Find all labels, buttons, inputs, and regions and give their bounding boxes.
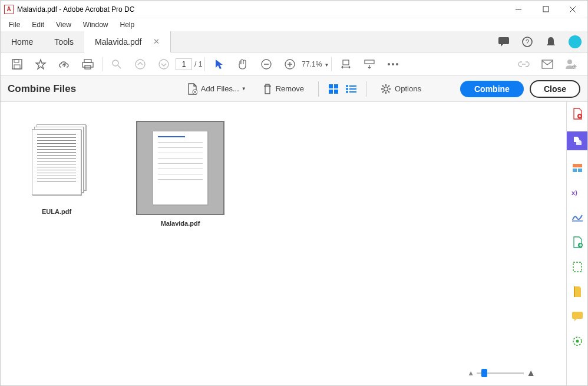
user-avatar[interactable]: [569, 35, 582, 48]
selection-tool-icon[interactable]: [210, 55, 228, 73]
app-icon: A: [4, 5, 14, 14]
svg-rect-65: [573, 262, 582, 272]
more-icon[interactable]: [384, 55, 402, 73]
svg-rect-37: [329, 84, 333, 88]
tab-tools[interactable]: Tools: [44, 31, 84, 52]
svg-point-41: [346, 85, 348, 87]
file-card-malavida[interactable]: Malavida.pdf: [136, 121, 224, 227]
maximize-button[interactable]: [532, 1, 559, 18]
remove-button[interactable]: Remove: [258, 81, 309, 97]
svg-rect-46: [349, 91, 356, 93]
organize-pages-icon[interactable]: [570, 235, 584, 249]
more-tools-icon[interactable]: [570, 334, 584, 348]
save-icon[interactable]: [8, 55, 26, 73]
svg-point-17: [136, 60, 145, 69]
menu-window[interactable]: Window: [77, 19, 114, 30]
page-number-input[interactable]: [176, 58, 192, 70]
svg-rect-9: [14, 60, 19, 62]
comments-icon[interactable]: [495, 34, 512, 50]
page-total: / 1: [194, 60, 202, 68]
fit-page-icon[interactable]: [361, 55, 378, 73]
add-files-button[interactable]: Add Files... ▼: [182, 81, 251, 97]
file-grid-area: EULA.pdf Malavida.pdf ▲ ▲: [1, 102, 566, 385]
svg-point-28: [396, 63, 398, 65]
zoom-level[interactable]: 77.1%▼: [302, 60, 329, 68]
svg-rect-60: [573, 169, 577, 172]
zoom-in-icon[interactable]: [281, 55, 299, 73]
menu-help[interactable]: Help: [114, 19, 141, 30]
thumbnail-view-icon[interactable]: [327, 83, 340, 95]
thumbnail-size-slider[interactable]: ▲ ▲: [467, 368, 536, 378]
svg-rect-1: [543, 6, 549, 12]
svg-rect-29: [542, 60, 553, 68]
combine-button[interactable]: Combine: [460, 81, 524, 97]
minimize-button[interactable]: [505, 1, 532, 18]
small-thumb-icon: ▲: [467, 369, 474, 377]
menu-edit[interactable]: Edit: [26, 19, 50, 30]
fit-width-icon[interactable]: [337, 55, 355, 73]
chevron-down-icon: ▼: [324, 62, 329, 68]
options-button[interactable]: Options: [376, 81, 426, 97]
email-icon[interactable]: [539, 55, 556, 73]
print-icon[interactable]: [79, 55, 97, 73]
svg-rect-59: [573, 164, 582, 167]
tab-close-icon[interactable]: ✕: [153, 37, 160, 46]
file-label: Malavida.pdf: [161, 220, 200, 227]
share-user-icon[interactable]: [562, 55, 580, 73]
svg-text:?: ?: [526, 38, 529, 45]
svg-rect-4: [498, 37, 509, 44]
svg-rect-12: [84, 60, 91, 62]
menu-view[interactable]: View: [50, 19, 77, 30]
link-icon[interactable]: [515, 55, 533, 73]
hand-tool-icon[interactable]: [234, 55, 252, 73]
page-down-icon[interactable]: [155, 55, 173, 73]
tab-home-label: Home: [11, 37, 33, 47]
options-label: Options: [395, 84, 421, 93]
svg-marker-11: [36, 60, 45, 69]
star-icon[interactable]: [32, 55, 49, 73]
comment-icon[interactable]: [570, 309, 584, 324]
combine-files-icon[interactable]: [567, 131, 588, 150]
export-pdf-icon[interactable]: x⟩: [570, 186, 584, 200]
close-button[interactable]: [559, 1, 586, 18]
edit-pdf-icon[interactable]: [570, 161, 584, 175]
svg-rect-40: [334, 90, 338, 94]
tab-bar: Home Tools Malavida.pdf ✕ ?: [1, 31, 587, 52]
protect-icon[interactable]: [570, 285, 584, 299]
search-icon[interactable]: [108, 55, 125, 73]
svg-rect-25: [365, 60, 374, 64]
svg-point-43: [346, 88, 348, 90]
cloud-upload-icon[interactable]: [55, 55, 73, 73]
svg-rect-44: [349, 88, 356, 90]
svg-text:x⟩: x⟩: [572, 189, 577, 196]
menu-file[interactable]: File: [3, 19, 26, 30]
sign-icon[interactable]: [570, 210, 584, 225]
svg-rect-8: [12, 60, 22, 69]
tab-document[interactable]: Malavida.pdf ✕: [84, 31, 171, 52]
svg-line-52: [382, 85, 384, 87]
enhance-scans-icon[interactable]: [570, 260, 584, 274]
close-combine-button[interactable]: Close: [530, 80, 580, 98]
svg-rect-39: [329, 90, 333, 94]
svg-point-15: [113, 60, 118, 66]
svg-rect-61: [578, 169, 582, 172]
tab-tools-label: Tools: [54, 37, 74, 47]
page-up-icon[interactable]: [131, 55, 149, 73]
help-icon[interactable]: ?: [519, 34, 536, 50]
notifications-icon[interactable]: [543, 34, 559, 50]
svg-point-69: [576, 340, 579, 343]
svg-point-27: [392, 63, 394, 65]
file-card-eula[interactable]: EULA.pdf: [12, 121, 101, 227]
svg-line-53: [388, 91, 389, 93]
create-pdf-icon[interactable]: [570, 107, 584, 121]
tab-home[interactable]: Home: [1, 31, 44, 52]
remove-label: Remove: [276, 84, 304, 93]
add-files-label: Add Files...: [201, 84, 239, 93]
svg-rect-24: [343, 60, 349, 65]
svg-point-26: [388, 63, 390, 65]
svg-line-54: [388, 85, 389, 87]
zoom-out-icon[interactable]: [257, 55, 275, 73]
list-view-icon[interactable]: [345, 83, 358, 95]
title-bar: A Malavida.pdf - Adobe Acrobat Pro DC: [1, 1, 587, 18]
combine-title: Combine Files: [8, 83, 76, 95]
